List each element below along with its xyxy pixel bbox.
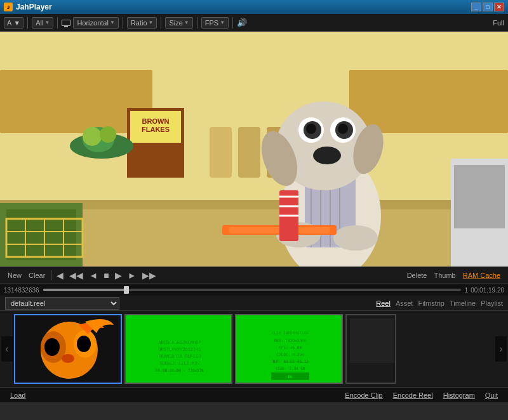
svg-point-13 [100, 126, 116, 143]
reel-tabs: Reel Asset Filmstrip Timeline Playlist [376, 298, 503, 308]
new-button[interactable]: New [5, 272, 24, 279]
a-dropdown[interactable]: A ▼ [4, 17, 23, 29]
svg-text:FRAMEDATA BUFFER: FRAMEDATA BUFFER [158, 354, 201, 359]
horizontal-label: Horizontal [77, 19, 109, 27]
fps-arrow: ▼ [220, 20, 225, 25]
histogram-button[interactable]: Histogram [438, 391, 480, 399]
ratio-arrow: ▼ [149, 20, 154, 25]
svg-point-12 [83, 127, 102, 146]
thumbnail-4[interactable] [345, 314, 396, 384]
maximize-button[interactable]: □ [483, 3, 493, 11]
svg-text:FPS: 25.00: FPS: 25.00 [279, 345, 302, 350]
a-label: A [7, 19, 11, 27]
scrubber-track[interactable] [43, 289, 461, 291]
window-controls: _ □ ✕ [471, 3, 504, 11]
ctrl-sep-1 [51, 270, 51, 280]
toolbar-sep-4 [161, 17, 161, 29]
video-frame: BROWN FLAKES [0, 32, 508, 266]
toolbar-sep-6 [232, 17, 233, 29]
fast-fwd-button[interactable]: ▶▶ [140, 270, 158, 280]
volume-icon[interactable]: 🔊 [237, 18, 247, 27]
close-button[interactable]: ✕ [494, 3, 504, 11]
app-title: JahPlayer [16, 3, 471, 11]
tab-timeline[interactable]: Timeline [450, 298, 476, 308]
thumb-1-canvas [15, 315, 122, 384]
encode-clip-button[interactable]: Encode Clip [340, 391, 387, 399]
svg-text:RES: 1920x1080: RES: 1920x1080 [274, 338, 307, 343]
step-fwd-button[interactable]: ► [126, 270, 138, 280]
tab-playlist[interactable]: Playlist [481, 298, 503, 308]
tab-reel[interactable]: Reel [376, 298, 391, 308]
svg-point-31 [338, 124, 348, 134]
step-back-button[interactable]: ◄ [87, 270, 100, 280]
svg-text:OK: OK [288, 374, 293, 379]
scrubber-bar: 1314832636 1 00:01:19.20 [0, 284, 508, 296]
svg-text:00:00:00:00 - 720x576: 00:00:00:00 - 720x576 [156, 368, 204, 372]
svg-rect-42 [454, 165, 505, 228]
toolbar-sep-3 [123, 17, 123, 29]
svg-text:DUR: 00:03:45.12: DUR: 00:03:45.12 [272, 359, 309, 364]
svg-rect-14 [210, 127, 232, 178]
prev-frame-button[interactable]: ◀ [55, 270, 65, 280]
size-arrow: ▼ [184, 20, 189, 25]
clear-button[interactable]: Clear [26, 272, 48, 279]
frame-number: 1314832636 [4, 287, 39, 294]
delete-button[interactable]: Delete [404, 272, 430, 279]
reel-select[interactable]: default.reel [5, 297, 119, 310]
thumb-4-canvas [347, 315, 396, 384]
play-button[interactable]: ▶ [113, 270, 124, 280]
thumbnail-strip: ‹ ABCDEFGHIJKLMNOP QRSTUVWXYZ012345 FRAM… [0, 311, 508, 387]
thumbnail-3[interactable]: CLIP INFORMATION RES: 1920x1080 FPS: 25.… [235, 314, 343, 384]
quit-button[interactable]: Quit [480, 391, 503, 399]
svg-point-30 [306, 124, 316, 134]
monitor-icon [62, 20, 70, 26]
stop-button[interactable]: ■ [102, 270, 110, 280]
svg-text:QRSTUVWXYZ012345: QRSTUVWXYZ012345 [158, 347, 201, 352]
thumb-button[interactable]: Thumb [431, 272, 458, 279]
load-button[interactable]: Load [5, 391, 30, 399]
ratio-dropdown[interactable]: Ratio ▼ [127, 17, 157, 29]
svg-rect-44 [6, 209, 76, 260]
svg-text:SOURCE:FILE.MOV: SOURCE:FILE.MOV [159, 361, 200, 366]
ratio-label: Ratio [131, 19, 147, 27]
encode-reel-button[interactable]: Encode Reel [388, 391, 438, 399]
strip-nav-left[interactable]: ‹ [1, 336, 13, 362]
full-button[interactable]: Full [493, 19, 504, 27]
minimize-button[interactable]: _ [471, 3, 481, 11]
thumbnail-1[interactable] [14, 314, 122, 384]
video-area: BROWN FLAKES [0, 32, 508, 266]
scrubber-fill [43, 289, 127, 291]
toolbar: A ▼ All ▼ Horizontal ▼ Ratio ▼ Size ▼ FP… [0, 14, 508, 32]
tab-filmstrip[interactable]: Filmstrip [418, 298, 444, 308]
ram-cache-button[interactable]: RAM Cache [460, 272, 503, 279]
svg-text:SIZE: 2.34 GB: SIZE: 2.34 GB [276, 366, 305, 371]
all-label: All [36, 19, 43, 27]
svg-point-55 [44, 338, 60, 356]
toolbar-sep-1 [27, 17, 28, 29]
all-dropdown[interactable]: All ▼ [32, 17, 53, 29]
thumbnail-2[interactable]: ABCDEFGHIJKLMNOP QRSTUVWXYZ012345 FRAMED… [124, 314, 232, 384]
app-icon: J [4, 3, 13, 11]
svg-text:CLIP INFORMATION: CLIP INFORMATION [272, 331, 309, 335]
svg-rect-15 [238, 127, 260, 178]
size-dropdown[interactable]: Size ▼ [165, 17, 192, 29]
fps-label: FPS [205, 19, 218, 27]
a-arrow: ▼ [13, 19, 20, 27]
all-arrow: ▼ [44, 20, 50, 25]
fps-dropdown[interactable]: FPS ▼ [201, 17, 229, 29]
svg-text:CODEC: H.264: CODEC: H.264 [276, 352, 304, 357]
rewind-button[interactable]: ◀◀ [67, 270, 85, 280]
thumb-2-canvas: ABCDEFGHIJKLMNOP QRSTUVWXYZ012345 FRAMED… [126, 315, 232, 384]
svg-text:BROWN: BROWN [142, 117, 170, 125]
thumb-3-canvas: CLIP INFORMATION RES: 1920x1080 FPS: 25.… [236, 315, 343, 384]
strip-nav-right[interactable]: › [495, 336, 507, 362]
toolbar-sep-2 [57, 17, 58, 29]
horizontal-dropdown[interactable]: Horizontal ▼ [73, 17, 118, 29]
size-label: Size [169, 19, 182, 27]
svg-rect-74 [350, 318, 394, 363]
controls-bar: New Clear ◀ ◀◀ ◄ ■ ▶ ► ▶▶ Delete Thumb R… [0, 266, 508, 284]
scrubber-handle[interactable] [124, 286, 129, 294]
toolbar-sep-5 [197, 17, 197, 29]
tab-asset[interactable]: Asset [396, 298, 413, 308]
svg-point-57 [62, 354, 74, 363]
